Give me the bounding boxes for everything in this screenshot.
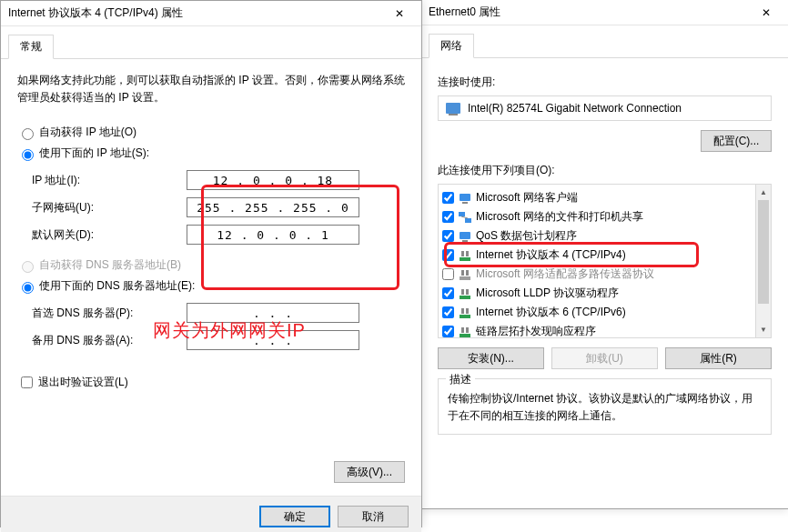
ip-address-label: IP 地址(I): xyxy=(32,173,187,188)
list-item-checkbox[interactable] xyxy=(442,249,454,261)
advanced-button[interactable]: 高级(V)... xyxy=(334,461,405,483)
radio-auto-dns-input xyxy=(22,261,34,273)
network-protocol-icon xyxy=(458,286,472,301)
svg-rect-9 xyxy=(466,251,469,256)
radio-use-ip-label: 使用下面的 IP 地址(S): xyxy=(39,146,149,161)
client-icon xyxy=(458,191,472,206)
svg-rect-11 xyxy=(461,270,464,276)
subnet-mask-input[interactable]: 255 . 255 . 255 . 0 xyxy=(187,197,359,217)
svg-rect-21 xyxy=(466,327,469,333)
tab-general[interactable]: 常规 xyxy=(8,35,54,59)
scroll-thumb[interactable] xyxy=(758,200,769,304)
ethernet-properties-dialog: Ethernet0 属性 ✕ 网络 连接时使用: Intel(R) 82574L… xyxy=(420,0,788,509)
list-item-label: Microsoft 网络适配器多路传送器协议 xyxy=(476,266,654,282)
radio-auto-ip[interactable]: 自动获得 IP 地址(O) xyxy=(17,125,405,140)
svg-rect-14 xyxy=(461,289,464,295)
nic-icon xyxy=(446,103,460,114)
uninstall-button: 卸载(U) xyxy=(551,347,658,369)
configure-button[interactable]: 配置(C)... xyxy=(701,130,772,152)
svg-rect-1 xyxy=(462,202,468,204)
validate-checkbox[interactable] xyxy=(21,376,33,388)
subnet-mask-label: 子网掩码(U): xyxy=(32,200,187,216)
radio-use-dns-input[interactable] xyxy=(22,282,34,294)
network-protocol-icon xyxy=(458,248,472,263)
list-item-checkbox[interactable] xyxy=(442,230,454,242)
list-item-label: Internet 协议版本 6 (TCP/IPv6) xyxy=(476,305,626,320)
svg-rect-2 xyxy=(459,212,465,216)
list-item[interactable]: Internet 协议版本 6 (TCP/IPv6) xyxy=(440,303,753,322)
svg-rect-12 xyxy=(466,270,469,276)
list-item-checkbox[interactable] xyxy=(442,326,454,337)
radio-use-ip-input[interactable] xyxy=(22,149,34,161)
scroll-up-icon[interactable]: ▲ xyxy=(756,185,771,200)
description-group: 描述 传输控制协议/Internet 协议。该协议是默认的广域网络协议，用于在不… xyxy=(438,378,772,435)
window-title: Ethernet0 属性 xyxy=(429,5,748,20)
list-item-label: 链路层拓扑发现响应程序 xyxy=(476,324,596,337)
dialog-buttons: 确定 取消 xyxy=(1,496,421,532)
scrollbar[interactable]: ▲ ▼ xyxy=(755,185,771,337)
qos-icon xyxy=(458,229,472,244)
svg-line-4 xyxy=(461,216,468,218)
radio-use-dns[interactable]: 使用下面的 DNS 服务器地址(E): xyxy=(17,278,405,294)
list-item[interactable]: QoS 数据包计划程序 xyxy=(440,226,753,246)
install-button[interactable]: 安装(N)... xyxy=(438,347,544,369)
titlebar: Ethernet0 属性 ✕ xyxy=(421,0,788,25)
svg-rect-18 xyxy=(466,308,469,314)
list-item-label: Microsoft 网络的文件和打印机共享 xyxy=(476,209,643,225)
default-gateway-input[interactable]: 12 . 0 . 0 . 1 xyxy=(187,225,359,245)
tab-bar: 常规 xyxy=(1,26,421,59)
tab-network[interactable]: 网络 xyxy=(429,34,474,58)
list-item-checkbox[interactable] xyxy=(442,211,454,223)
svg-rect-15 xyxy=(466,289,469,295)
window-title: Internet 协议版本 4 (TCP/IPv4) 属性 xyxy=(8,5,381,21)
svg-rect-17 xyxy=(461,308,464,314)
validate-on-exit[interactable]: 退出时验证设置(L) xyxy=(17,374,405,391)
default-gateway-label: 默认网关(D): xyxy=(32,227,187,243)
svg-rect-13 xyxy=(460,296,470,299)
nic-field: Intel(R) 82574L Gigabit Network Connecti… xyxy=(438,95,772,121)
items-list-label: 此连接使用下列项目(O): xyxy=(438,163,772,178)
list-item[interactable]: Microsoft 网络客户端 xyxy=(440,188,753,207)
list-item-checkbox[interactable] xyxy=(442,287,454,299)
ok-button[interactable]: 确定 xyxy=(259,506,330,527)
radio-auto-dns-label: 自动获得 DNS 服务器地址(B) xyxy=(39,257,181,273)
svg-rect-0 xyxy=(460,194,470,201)
radio-auto-ip-input[interactable] xyxy=(22,128,34,140)
svg-rect-10 xyxy=(460,276,470,280)
ip-address-input[interactable]: 12 . 0 . 0 . 18 xyxy=(187,170,359,190)
list-item-checkbox[interactable] xyxy=(442,192,454,204)
radio-use-ip[interactable]: 使用下面的 IP 地址(S): xyxy=(17,146,405,161)
intro-text: 如果网络支持此功能，则可以获取自动指派的 IP 设置。否则，你需要从网络系统管理… xyxy=(17,72,405,106)
properties-button[interactable]: 属性(R) xyxy=(665,347,772,369)
cancel-button[interactable]: 取消 xyxy=(338,506,409,527)
validate-label: 退出时验证设置(L) xyxy=(38,375,128,390)
svg-rect-3 xyxy=(465,218,471,223)
close-icon[interactable]: ✕ xyxy=(381,3,418,25)
list-item[interactable]: Microsoft LLDP 协议驱动程序 xyxy=(440,284,753,303)
list-item-label: Internet 协议版本 4 (TCP/IPv4) xyxy=(476,247,626,263)
list-item-checkbox[interactable] xyxy=(442,268,454,280)
list-item-label: QoS 数据包计划程序 xyxy=(476,228,577,244)
connect-using-label: 连接时使用: xyxy=(438,75,772,90)
network-protocol-icon xyxy=(458,267,472,282)
titlebar: Internet 协议版本 4 (TCP/IPv4) 属性 ✕ xyxy=(1,1,421,26)
scroll-down-icon[interactable]: ▼ xyxy=(756,322,771,337)
list-item[interactable]: 链路层拓扑发现响应程序 xyxy=(440,322,753,337)
list-item[interactable]: Microsoft 网络的文件和打印机共享 xyxy=(440,207,753,226)
list-item-checkbox[interactable] xyxy=(442,306,454,318)
radio-auto-ip-label: 自动获得 IP 地址(O) xyxy=(39,125,136,140)
list-item-label: Microsoft 网络客户端 xyxy=(476,190,578,206)
list-item[interactable]: Microsoft 网络适配器多路传送器协议 xyxy=(440,265,753,284)
file-share-icon xyxy=(458,210,472,225)
ipv4-properties-dialog: Internet 协议版本 4 (TCP/IPv4) 属性 ✕ 常规 如果网络支… xyxy=(0,0,422,527)
svg-rect-5 xyxy=(460,232,470,239)
svg-rect-19 xyxy=(460,334,470,337)
components-list: Microsoft 网络客户端Microsoft 网络的文件和打印机共享QoS … xyxy=(438,184,772,338)
network-protocol-icon xyxy=(458,306,472,320)
svg-rect-7 xyxy=(460,257,470,261)
list-item[interactable]: Internet 协议版本 4 (TCP/IPv4) xyxy=(440,246,753,265)
close-icon[interactable]: ✕ xyxy=(748,2,784,24)
annotation-text: 网关为外网网关IP xyxy=(153,318,306,343)
svg-rect-8 xyxy=(461,251,464,256)
list-item-label: Microsoft LLDP 协议驱动程序 xyxy=(476,286,619,301)
